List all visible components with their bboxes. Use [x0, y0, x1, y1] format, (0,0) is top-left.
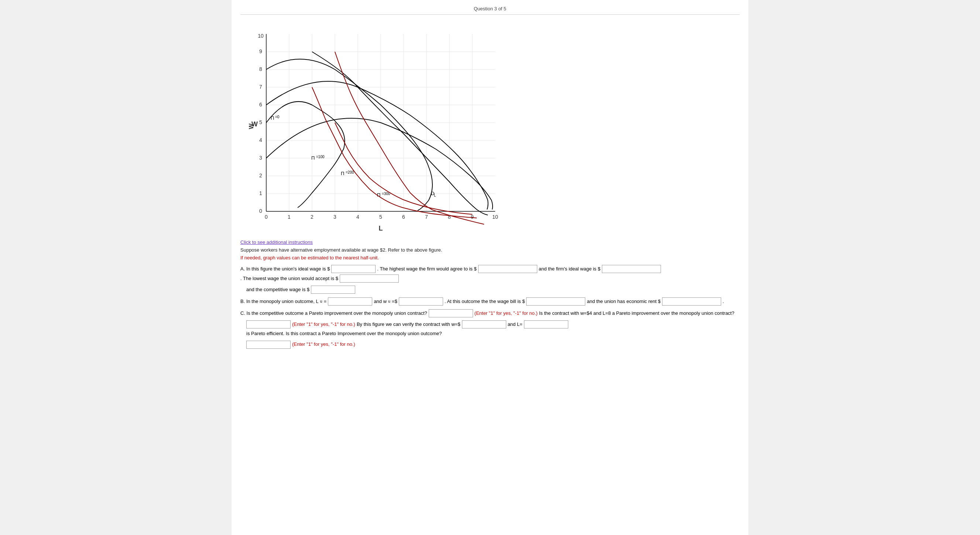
qc-label4: and L=: [508, 321, 522, 329]
qc-label5: is Pareto efficient. Is this contract a …: [246, 330, 442, 338]
qb-label4: =$: [392, 298, 397, 305]
svg-text:0: 0: [259, 208, 262, 214]
svg-text:Π: Π: [341, 171, 344, 176]
question-a: A. In this figure the union's ideal wage…: [240, 265, 740, 294]
qc-input-w-verify[interactable]: [462, 320, 506, 329]
qa-input-firm-ideal[interactable]: [602, 265, 661, 273]
qc-input-competitive-pareto[interactable]: [429, 309, 473, 317]
svg-text:2: 2: [310, 214, 313, 220]
qa-input-highest-wage[interactable]: [478, 265, 537, 273]
chart-area: 0 1 2 3 4 5 6 7 8 9 10 0 1 2 3 4 5 6 7: [240, 19, 740, 233]
qc-label3: By this figure we can verify the contrac…: [357, 321, 460, 329]
instructions-link[interactable]: Click to see additional instructions: [240, 240, 313, 245]
qb-label2: =: [324, 298, 327, 305]
qa-input-competitive-wage[interactable]: [311, 286, 355, 294]
qa-label5: and the competitive wage is $: [246, 286, 309, 294]
qb-sub-w: u: [388, 298, 390, 305]
svg-text:4: 4: [259, 137, 262, 143]
qc-label2: Is the contract with w=$4 and L=8 a Pare…: [539, 310, 735, 317]
svg-text:5: 5: [259, 119, 262, 125]
qb-label3: and w: [374, 298, 387, 305]
svg-text:5: 5: [379, 214, 382, 220]
svg-text:4: 4: [356, 214, 359, 220]
qa-input-lowest-wage[interactable]: [340, 275, 399, 283]
qa-label2: . The highest wage the firm would agree …: [377, 265, 476, 273]
svg-text:8: 8: [259, 66, 262, 72]
svg-text:L: L: [379, 225, 383, 232]
qa-input-union-wage[interactable]: [331, 265, 375, 273]
svg-text:6: 6: [402, 214, 405, 220]
svg-text:Π: Π: [311, 155, 315, 161]
svg-text:9: 9: [259, 48, 262, 54]
question-b: B. In the monopoly union outcome, L u = …: [240, 297, 740, 305]
svg-text:=0: =0: [275, 115, 280, 119]
qb-label7: .: [722, 298, 724, 305]
qc-note1: (Enter "1" for yes, "-1" for no.): [474, 310, 538, 317]
graph-note: If needed, graph values can be estimated…: [240, 255, 740, 260]
svg-text:0: 0: [265, 214, 268, 220]
qb-label6: and the union has economic rent $: [587, 298, 660, 305]
question-c: C. Is the competitive outcome a Pareto i…: [240, 309, 740, 349]
svg-text:L: L: [434, 193, 436, 197]
question-c-row3: (Enter "1" for yes, "-1" for no.): [246, 341, 740, 349]
qb-input-economic-rent[interactable]: [662, 297, 721, 305]
qb-sub-u: u: [320, 298, 322, 305]
qb-input-lu[interactable]: [328, 297, 372, 305]
svg-text:3: 3: [259, 155, 262, 161]
question-a-row1: A. In this figure the union's ideal wage…: [240, 265, 740, 283]
page-container: Question 3 of 5: [232, 0, 748, 535]
qb-input-wage-bill[interactable]: [526, 297, 585, 305]
questions-section: Click to see additional instructions Sup…: [240, 240, 740, 349]
qc-label1: C. Is the competitive outcome a Pareto i…: [240, 310, 427, 317]
qc-input-w4l8-pareto[interactable]: [246, 320, 291, 329]
problem-statement: Suppose workers have alternative employm…: [240, 247, 740, 253]
svg-text:7: 7: [425, 214, 428, 220]
qb-label5: . At this outcome the the wage bill is $: [445, 298, 525, 305]
chart-wrapper: 0 1 2 3 4 5 6 7 8 9 10 0 1 2 3 4 5 6 7: [240, 19, 514, 233]
chart-svg: 0 1 2 3 4 5 6 7 8 9 10 0 1 2 3 4 5 6 7: [240, 19, 514, 233]
question-b-row1: B. In the monopoly union outcome, L u = …: [240, 297, 740, 305]
qc-input-pareto-monopoly[interactable]: [246, 341, 291, 349]
qc-note3: (Enter "1" for yes, "-1" for no.): [292, 341, 355, 348]
svg-text:9: 9: [471, 214, 474, 220]
svg-text:7: 7: [259, 84, 262, 90]
svg-text:W: W: [251, 120, 258, 128]
question-a-row2: and the competitive wage is $: [246, 286, 740, 294]
qb-label1: B. In the monopoly union outcome, L: [240, 298, 319, 305]
svg-text:2: 2: [259, 172, 262, 179]
question-c-row2: (Enter "1" for yes, "-1" for no.) By thi…: [246, 320, 740, 338]
svg-text:=200: =200: [345, 170, 354, 174]
qa-label1: A. In this figure the union's ideal wage…: [240, 265, 330, 273]
qc-note2: (Enter "1" for yes, "-1" for no.): [292, 321, 355, 329]
qa-label3: and the firm's ideal wage is $: [539, 265, 600, 273]
svg-text:10: 10: [258, 33, 264, 39]
svg-text:3: 3: [333, 214, 336, 220]
svg-text:=100: =100: [316, 155, 325, 159]
svg-text:10: 10: [492, 214, 498, 220]
qc-input-l-verify[interactable]: [524, 320, 568, 329]
svg-text:1: 1: [288, 214, 291, 220]
question-title: Question 3 of 5: [474, 6, 506, 11]
svg-text:1: 1: [259, 190, 262, 196]
svg-text:6: 6: [259, 102, 262, 107]
qb-input-wu[interactable]: [399, 297, 443, 305]
qa-label4: . The lowest wage the union would accept…: [240, 275, 338, 283]
question-c-row1: C. Is the competitive outcome a Pareto i…: [240, 309, 740, 317]
svg-text:Π: Π: [270, 115, 274, 121]
question-header: Question 3 of 5: [240, 6, 740, 15]
